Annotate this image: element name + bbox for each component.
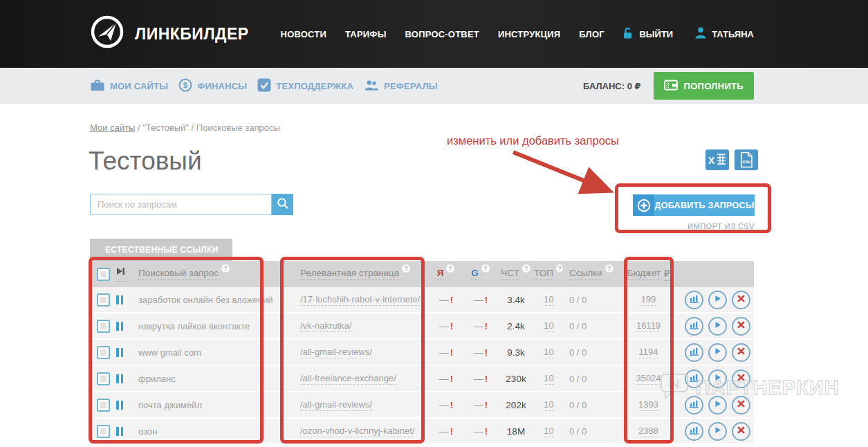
google-position: —	[474, 347, 483, 358]
row-checkbox[interactable]	[97, 320, 110, 333]
paper-plane-logo-icon	[90, 15, 124, 53]
help-badge-icon[interactable]: ?	[521, 264, 531, 273]
stats-button[interactable]	[685, 291, 703, 309]
topup-button[interactable]: ПОПОЛНИТЬ	[654, 72, 754, 100]
yandex-position: —	[439, 347, 449, 358]
search-input[interactable]	[90, 194, 272, 215]
help-badge-icon[interactable]: ?	[445, 264, 455, 273]
yandex-position: —	[439, 426, 449, 437]
google-alert: !	[485, 426, 488, 437]
links-count: 0 / 0	[569, 400, 587, 410]
relevant-page-link[interactable]: /all-gmail-reviews/	[300, 347, 372, 358]
top-value[interactable]: 10	[544, 373, 553, 385]
table-body: заработок онлайн без вложений /17-luchsh…	[90, 287, 754, 445]
delete-button[interactable]	[732, 370, 750, 388]
start-button[interactable]	[708, 396, 727, 414]
subnav-item-my-sites[interactable]: МОИ САЙТЫ	[90, 78, 168, 94]
nav-item-faq[interactable]: ВОПРОС-ОТВЕТ	[405, 29, 479, 39]
dollar-circle-icon: $	[178, 78, 192, 94]
subnav-item-referrals[interactable]: РЕФЕРАЛЫ	[364, 78, 438, 94]
main-nav: НОВОСТИ ТАРИФЫ ВОПРОС-ОТВЕТ ИНСТРУКЦИЯ Б…	[281, 29, 604, 39]
pause-icon[interactable]	[116, 348, 123, 357]
svg-text:csv: csv	[743, 159, 751, 164]
help-badge-icon[interactable]: ?	[221, 264, 230, 273]
start-button[interactable]	[708, 291, 727, 309]
excel-export-icon[interactable]: X	[705, 149, 729, 173]
relevant-page-link[interactable]: /17-luchshih-rabot-v-internete/	[300, 294, 420, 306]
annotation-text: изменить или добавить запросы	[447, 134, 619, 147]
pause-icon[interactable]	[116, 374, 123, 383]
top-value[interactable]: 10	[544, 399, 553, 411]
google-alert: !	[485, 347, 488, 358]
select-all-checkbox[interactable]	[97, 268, 110, 281]
delete-button[interactable]	[732, 422, 750, 441]
relevant-page-link[interactable]: /ozon-vhod-v-lichnyj-kabinet/	[300, 426, 414, 437]
links-count: 0 / 0	[569, 295, 587, 305]
logout-link[interactable]: ВЫЙТИ	[621, 27, 673, 42]
budget-value[interactable]: 16119	[636, 320, 661, 332]
nav-item-tariffs[interactable]: ТАРИФЫ	[345, 29, 387, 39]
stats-button[interactable]	[685, 422, 703, 441]
delete-button[interactable]	[732, 343, 750, 362]
delete-button[interactable]	[732, 317, 750, 336]
stats-button[interactable]	[685, 317, 703, 336]
delete-button[interactable]	[732, 291, 750, 309]
budget-value[interactable]: 2388	[638, 426, 658, 437]
start-button[interactable]	[708, 343, 727, 362]
nav-item-instruction[interactable]: ИНСТРУКЦИЯ	[498, 29, 560, 39]
budget-value[interactable]: 35024	[636, 373, 661, 385]
relevant-page-link[interactable]: /vk-nakrutka/	[300, 320, 351, 332]
yandex-position: —	[439, 373, 449, 384]
breadcrumb-my-sites[interactable]: Мои сайты	[90, 122, 135, 133]
start-button[interactable]	[708, 422, 727, 441]
import-csv-link[interactable]: ИМПОРТ ИЗ CSV	[633, 219, 755, 232]
account-area: ВЫЙТИ ТАТЬЯНА	[621, 27, 754, 42]
relevant-page-link[interactable]: /all-gmail-reviews/	[300, 399, 372, 411]
row-checkbox[interactable]	[97, 372, 110, 385]
pause-icon[interactable]	[116, 322, 123, 331]
pause-icon[interactable]	[116, 427, 123, 436]
subnav-item-finance[interactable]: $ ФИНАНСЫ	[178, 78, 247, 94]
google-position: —	[474, 373, 483, 384]
pause-icon[interactable]	[116, 401, 123, 410]
stats-button[interactable]	[685, 396, 703, 414]
start-button[interactable]	[708, 370, 727, 388]
top-value[interactable]: 10	[544, 426, 553, 437]
start-button[interactable]	[708, 317, 727, 336]
links-count: 0 / 0	[569, 321, 587, 331]
row-checkbox[interactable]	[97, 293, 110, 307]
relevant-page-link[interactable]: /all-freelance-exchange/	[300, 373, 396, 385]
help-badge-icon[interactable]: ?	[604, 264, 614, 273]
pause-all-icon[interactable]	[116, 266, 125, 282]
row-checkbox[interactable]	[97, 399, 110, 412]
yandex-alert: !	[450, 295, 453, 305]
brand-logo[interactable]: ЛИНКБИЛДЕР	[90, 15, 249, 53]
nav-item-news[interactable]: НОВОСТИ	[281, 29, 326, 39]
help-badge-icon[interactable]: ?	[401, 264, 411, 273]
row-checkbox[interactable]	[97, 425, 110, 438]
pause-icon[interactable]	[116, 295, 123, 304]
page-title: Тестовый	[89, 147, 202, 176]
search-area	[90, 194, 293, 215]
subnav-item-support[interactable]: ТЕХПОДДЕРЖКА	[257, 78, 353, 94]
user-link[interactable]: ТАТЬЯНА	[695, 27, 754, 41]
search-button[interactable]	[272, 194, 293, 215]
nav-item-blog[interactable]: БЛОГ	[579, 29, 604, 39]
top-value[interactable]: 10	[544, 347, 553, 358]
help-badge-icon[interactable]: ?	[555, 264, 564, 273]
help-badge-icon[interactable]: ?	[481, 264, 490, 273]
account-nav: МОИ САЙТЫ $ ФИНАНСЫ ТЕХПО	[90, 78, 438, 94]
row-checkbox[interactable]	[97, 346, 110, 359]
add-queries-button[interactable]: ДОБАВИТЬ ЗАПРОСЫ	[633, 194, 755, 216]
budget-value[interactable]: 199	[641, 294, 656, 306]
balance-label: БАЛАНС: 0 ₽	[583, 81, 641, 91]
budget-value[interactable]: 1194	[639, 347, 658, 358]
delete-button[interactable]	[732, 396, 750, 414]
budget-value[interactable]: 1393	[638, 399, 658, 411]
csv-export-icon[interactable]: csv	[735, 149, 758, 173]
stats-button[interactable]	[685, 370, 703, 388]
top-value[interactable]: 10	[544, 294, 553, 306]
tab-natural-links[interactable]: ЕСТЕСТВЕННЫЕ ССЫЛКИ	[90, 239, 232, 261]
stats-button[interactable]	[685, 343, 703, 362]
top-value[interactable]: 10	[544, 320, 553, 332]
